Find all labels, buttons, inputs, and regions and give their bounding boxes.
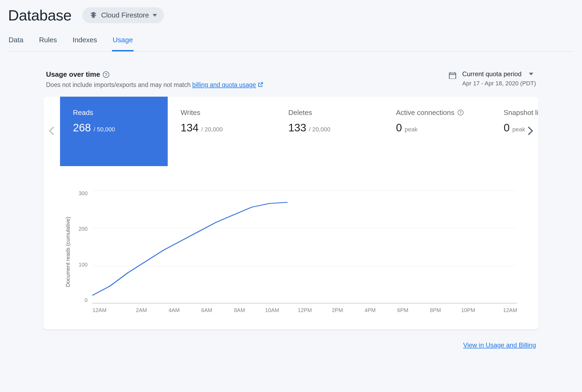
help-icon[interactable]: ? (458, 110, 464, 116)
x-tick: 10AM (256, 307, 288, 313)
period-selector[interactable]: Current quota period Apr 17 - Apr 18, 20… (462, 70, 536, 87)
database-selector[interactable]: Cloud Firestore (82, 7, 164, 23)
metric-value: 0 (396, 122, 402, 134)
x-tick: 6PM (387, 307, 419, 313)
metric-tile-reads[interactable]: Reads268/ 50,000 (60, 97, 168, 166)
y-axis-label: Document reads (cumulative) (65, 190, 71, 313)
x-tick: 2AM (125, 307, 158, 313)
x-tick: 8AM (223, 307, 256, 313)
tab-data[interactable]: Data (8, 36, 24, 51)
x-tick: 4AM (158, 307, 190, 313)
metric-value: 133 (288, 122, 306, 134)
metrics-prev-button[interactable] (49, 126, 55, 137)
content: Usage over time ? Does not include impor… (35, 51, 547, 360)
x-tick: 6AM (190, 307, 223, 313)
firestore-icon (89, 11, 97, 19)
metric-limit: / 20,000 (309, 126, 331, 133)
gridline (92, 303, 517, 304)
metric-tile-active-connections[interactable]: Active connections?0peak (383, 97, 491, 166)
metric-label: Active connections (396, 108, 454, 117)
caret-down-icon (153, 14, 157, 17)
metric-limit: / 50,000 (94, 126, 115, 133)
section-subtitle-text: Does not include imports/exports and may… (46, 81, 192, 88)
period-range: Apr 17 - Apr 18, 2020 (PDT) (462, 80, 536, 87)
x-axis-ticks: 12AM2AM4AM6AM8AM10AM12PM2PM4PM6PM8PM10PM… (92, 307, 517, 313)
section-header: Usage over time ? Does not include impor… (43, 70, 539, 97)
x-tick: 10PM (452, 307, 484, 313)
x-tick: 12AM (92, 307, 125, 313)
reads-series-line (92, 190, 517, 303)
header: Database Cloud Firestore DataRulesIndexe… (0, 0, 582, 51)
x-tick: 12AM (485, 307, 517, 313)
metric-value: 268 (73, 122, 91, 134)
metric-label: Deletes (288, 108, 312, 117)
caret-down-icon (529, 73, 533, 75)
y-tick: 0 (85, 297, 87, 303)
metrics-next-button[interactable] (527, 126, 533, 137)
metric-tile-deletes[interactable]: Deletes133/ 20,000 (275, 97, 383, 166)
tab-rules[interactable]: Rules (38, 36, 57, 51)
view-usage-billing-link[interactable]: View in Usage and Billing (463, 341, 536, 349)
tab-indexes[interactable]: Indexes (72, 36, 97, 51)
billing-quota-link[interactable]: billing and quota usage (192, 81, 256, 88)
x-tick: 2PM (321, 307, 354, 313)
y-tick: 200 (79, 226, 87, 232)
x-tick: 12PM (289, 307, 321, 313)
metric-tile-writes[interactable]: Writes134/ 20,000 (168, 97, 275, 166)
metric-label: Reads (73, 108, 93, 117)
y-tick: 300 (79, 190, 87, 197)
metric-label: Writes (181, 108, 200, 117)
plot-area (92, 190, 517, 303)
x-tick: 4PM (354, 307, 386, 313)
metric-label: Snapshot listeners (504, 108, 539, 117)
usage-card: Reads268/ 50,000Writes134/ 20,000Deletes… (43, 97, 539, 330)
database-selector-label: Cloud Firestore (101, 11, 149, 19)
metrics-strip: Reads268/ 50,000Writes134/ 20,000Deletes… (43, 97, 539, 166)
metric-limit: / 20,000 (201, 126, 223, 133)
help-icon[interactable]: ? (103, 71, 109, 78)
y-axis-ticks: 3002001000 (79, 190, 92, 303)
period-label: Current quota period (462, 70, 521, 78)
metric-value: 0 (504, 122, 510, 134)
section-title: Usage over time (46, 70, 100, 79)
metric-value: 134 (181, 122, 199, 134)
metric-limit: peak (512, 126, 525, 133)
section-subtitle: Does not include imports/exports and may… (46, 81, 264, 89)
calendar-icon (448, 71, 457, 81)
metric-limit: peak (405, 126, 418, 133)
tabs: DataRulesIndexesUsage (8, 36, 574, 51)
tab-usage[interactable]: Usage (112, 36, 133, 51)
external-link-icon (258, 82, 264, 89)
x-tick: 8PM (419, 307, 452, 313)
y-tick: 100 (79, 262, 87, 268)
chart: Document reads (cumulative) 3002001000 1… (43, 166, 539, 330)
page-title: Database (8, 6, 72, 24)
